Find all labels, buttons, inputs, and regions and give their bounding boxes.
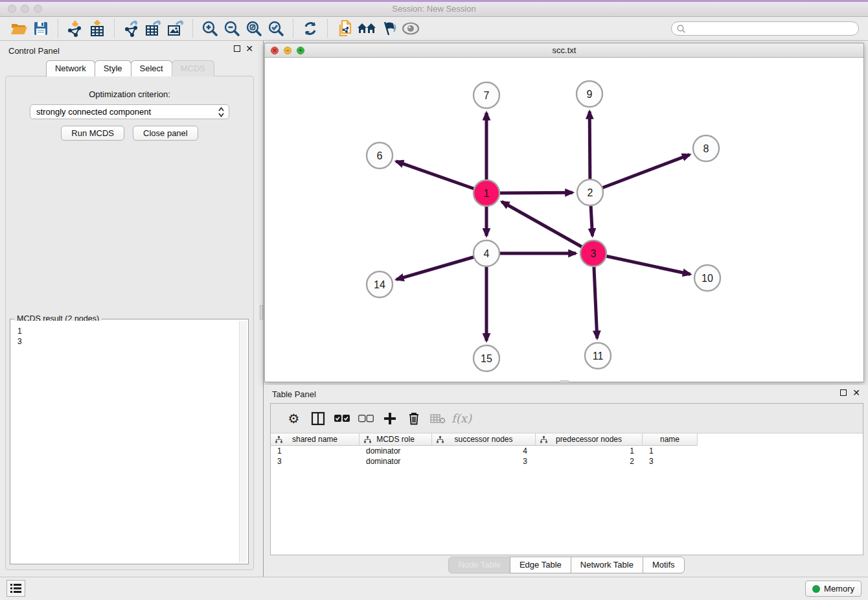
table-row[interactable]: 1dominator411 <box>271 446 863 456</box>
toolbar-separator <box>293 19 293 38</box>
import-table-button[interactable] <box>86 19 108 38</box>
graph-edge-4-14[interactable] <box>396 253 486 279</box>
float-panel-icon[interactable] <box>234 45 240 52</box>
table-tab-edge-table[interactable]: Edge Table <box>510 557 571 573</box>
open-session-button[interactable] <box>8 19 30 38</box>
table-cell[interactable]: 1 <box>643 446 698 456</box>
table-row[interactable]: 3dominator323 <box>271 456 863 467</box>
graph-node-14[interactable]: 14 <box>367 271 393 297</box>
table-tab-motifs[interactable]: Motifs <box>643 557 685 573</box>
graph-edge-3-10[interactable] <box>593 253 691 274</box>
graph-edge-1-6[interactable] <box>396 161 486 193</box>
unchecked-boxes-icon <box>358 415 374 422</box>
table-cell[interactable]: 4 <box>432 446 536 456</box>
save-session-button[interactable] <box>30 19 52 38</box>
show-columns-button[interactable] <box>306 408 330 430</box>
network-window-titlebar[interactable]: ✕ − + scc.txt <box>265 43 863 58</box>
graph-node-3[interactable]: 3 <box>580 240 606 266</box>
columns-icon <box>311 411 325 426</box>
network-canvas[interactable]: 1234678910111415 <box>265 58 863 382</box>
float-table-panel-icon[interactable] <box>840 389 847 396</box>
checked-boxes-icon <box>334 415 350 422</box>
import-network-button[interactable] <box>64 19 86 38</box>
zoom-in-button[interactable] <box>199 19 221 38</box>
table-cell[interactable]: 2 <box>536 456 643 467</box>
houses-icon <box>357 21 376 36</box>
toolbar-separator <box>114 19 115 38</box>
graph-node-6[interactable]: 6 <box>367 143 393 168</box>
create-column-button[interactable] <box>378 408 402 430</box>
table-settings-button[interactable]: ⚙ <box>282 408 306 430</box>
graph-node-11[interactable]: 11 <box>585 343 611 369</box>
export-image-button[interactable] <box>165 19 187 38</box>
table-tab-network-table[interactable]: Network Table <box>571 557 643 573</box>
column-header-predecessor-nodes[interactable]: predecessor nodes <box>536 433 643 446</box>
graph-node-10[interactable]: 10 <box>694 265 720 291</box>
table-tab-node-table[interactable]: Node Table <box>448 557 510 573</box>
eye-button[interactable] <box>400 19 422 38</box>
column-header-shared-name[interactable]: shared name <box>271 433 360 446</box>
function-builder-button-disabled: f(x) <box>450 408 474 430</box>
mcds-panel: Optimization criterion: strongly connect… <box>5 76 254 570</box>
graph-node-4[interactable]: 4 <box>474 240 499 266</box>
run-mcds-button[interactable]: Run MCDS <box>61 126 124 141</box>
column-header-successor-nodes[interactable]: successor nodes <box>432 433 536 446</box>
table-cell[interactable]: 1 <box>271 446 360 456</box>
search-input[interactable] <box>689 24 853 33</box>
hide-graphics-details-button[interactable] <box>378 19 400 38</box>
column-header-MCDS-role[interactable]: MCDS role <box>360 433 432 446</box>
tab-style[interactable]: Style <box>95 60 131 76</box>
table-cell[interactable]: 1 <box>536 446 643 456</box>
graph-edge-2-8[interactable] <box>590 155 690 192</box>
table-panel-title: Table Panel <box>272 389 316 399</box>
result-scrollbar[interactable] <box>239 321 247 562</box>
memory-button[interactable]: Memory <box>805 581 862 597</box>
close-panel-icon[interactable]: ✕ <box>246 45 253 52</box>
table-cell[interactable]: dominator <box>360 456 432 467</box>
apply-layout-button[interactable] <box>299 19 321 38</box>
table-cell[interactable]: 3 <box>271 456 360 467</box>
table-cell[interactable]: 3 <box>643 456 698 467</box>
list-icon <box>10 584 21 593</box>
panel-splitter[interactable] <box>260 41 264 577</box>
task-history-button[interactable] <box>6 580 25 597</box>
node-table[interactable]: shared nameMCDS rolesuccessor nodesprede… <box>271 433 863 555</box>
splitter-grip[interactable] <box>260 305 263 319</box>
optimization-criterion-label: Optimization criterion: <box>6 89 253 99</box>
export-network-button[interactable] <box>120 19 143 38</box>
criterion-dropdown[interactable]: strongly connected component <box>30 104 229 119</box>
tab-network[interactable]: Network <box>46 60 95 76</box>
graph-node-1[interactable]: 1 <box>474 180 499 206</box>
search-box[interactable] <box>671 21 859 36</box>
export-network-icon <box>123 20 141 37</box>
graph-node-7[interactable]: 7 <box>474 82 499 108</box>
table-cell[interactable]: dominator <box>360 446 432 456</box>
delete-column-button[interactable] <box>402 408 426 430</box>
table-cell[interactable]: 3 <box>432 456 536 467</box>
home-button[interactable] <box>356 19 378 38</box>
network-resize-grip[interactable] <box>560 380 569 383</box>
duplicate-network-button[interactable] <box>334 19 356 38</box>
close-panel-button[interactable]: Close panel <box>133 126 198 141</box>
close-table-panel-icon[interactable]: ✕ <box>852 389 860 396</box>
export-table-button[interactable] <box>143 19 165 38</box>
graph-edge-3-1[interactable] <box>502 202 593 253</box>
tab-mcds[interactable]: MCDS <box>172 60 214 76</box>
graph-node-15[interactable]: 15 <box>474 345 499 371</box>
select-all-columns-button[interactable] <box>330 408 354 430</box>
zoom-fit-button[interactable] <box>243 19 265 38</box>
zoom-selected-icon <box>268 20 284 37</box>
flag-icon <box>380 21 397 36</box>
zoom-selected-button[interactable] <box>265 19 287 38</box>
zoom-out-button[interactable] <box>221 19 243 38</box>
graph-node-2[interactable]: 2 <box>577 179 603 205</box>
mcds-result-list[interactable]: 13 <box>12 321 247 562</box>
tab-select[interactable]: Select <box>131 60 172 76</box>
graph-node-9[interactable]: 9 <box>577 81 602 107</box>
column-header-name[interactable]: name <box>643 433 698 446</box>
graph-node-8[interactable]: 8 <box>693 135 719 161</box>
refresh-icon <box>303 21 318 36</box>
plus-icon <box>383 412 396 425</box>
table-tabs: Node TableEdge TableNetwork TableMotifs <box>264 557 868 573</box>
deselect-all-columns-button[interactable] <box>354 408 378 430</box>
